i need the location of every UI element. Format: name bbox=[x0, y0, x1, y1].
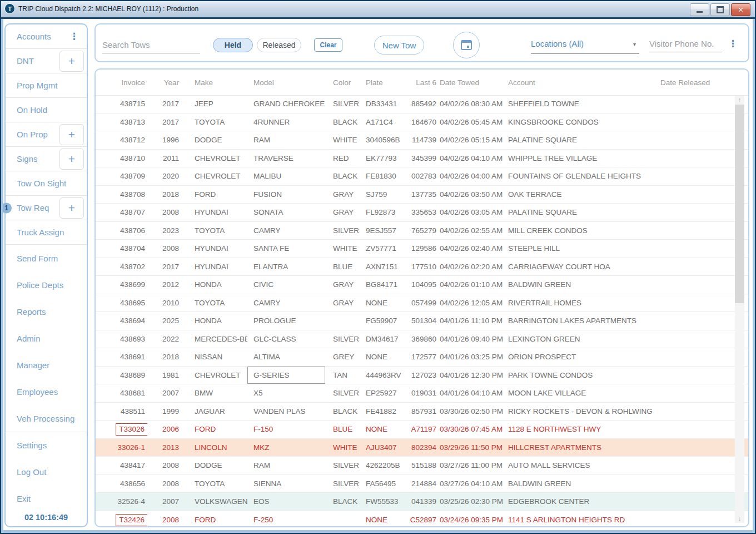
cell-invoice: 438699 bbox=[96, 276, 147, 293]
notification-badge: 1 bbox=[1, 202, 12, 213]
vertical-scrollbar[interactable]: ↑ ↓ bbox=[735, 96, 744, 523]
column-header-account[interactable]: Account bbox=[506, 78, 659, 87]
table-row[interactable]: 4386912018NISSANALTIMAGREYNONE17257704/0… bbox=[96, 348, 748, 367]
table-row[interactable]: 4386891981CHEVROLETG-SERIESTAN444963RV12… bbox=[96, 367, 748, 385]
sidebar-item-admin[interactable]: Admin bbox=[6, 325, 87, 352]
cell-account: OAK TERRACE bbox=[506, 186, 659, 203]
sidebar-item-send-form[interactable]: Send Form bbox=[6, 245, 87, 271]
table-row[interactable]: 32526-42007VOLKSWAGENEOSBLACKFW555330413… bbox=[96, 493, 748, 511]
sidebar-item-exit[interactable]: Exit bbox=[6, 485, 87, 512]
cell-last6: C52897 bbox=[409, 511, 439, 526]
table-row[interactable]: 4387132017TOYOTA4RUNNERBLACKA171C4164670… bbox=[96, 113, 748, 132]
sidebar-menu: Accounts⋮DNT+Prop MgmtOn HoldOn Prop+Sig… bbox=[6, 24, 87, 512]
table-row[interactable]: 4387092020CHEVROLETMALIBUBLACKFE81830002… bbox=[96, 167, 748, 186]
cell-color: BLACK bbox=[325, 167, 359, 185]
cell-color: GRAY bbox=[325, 204, 359, 221]
more-options-icon[interactable]: ⋮ bbox=[69, 31, 79, 42]
column-header-year[interactable]: Year bbox=[147, 78, 183, 87]
table-row[interactable]: 4386932022MERCEDES-BENZGLC-CLASSSILVERDM… bbox=[96, 330, 748, 349]
sidebar-item-manager[interactable]: Manager bbox=[6, 352, 87, 378]
toolbar-more-options-icon[interactable]: ⋮ bbox=[728, 38, 738, 50]
add-button[interactable]: + bbox=[59, 124, 84, 145]
sidebar-item-police-depts[interactable]: Police Depts bbox=[6, 271, 87, 298]
column-header-make[interactable]: Make bbox=[183, 78, 247, 87]
sidebar-item-tow-req[interactable]: 1Tow Req+ bbox=[6, 196, 87, 220]
scroll-down-icon[interactable]: ↓ bbox=[735, 515, 744, 523]
cell-invoice: 438681 bbox=[96, 384, 147, 402]
scrollbar-thumb[interactable] bbox=[735, 105, 744, 303]
held-toggle[interactable]: Held bbox=[213, 38, 253, 52]
column-header-invoice[interactable]: Invoice bbox=[96, 78, 147, 87]
table-row[interactable]: 4384172008DODGERAMSILVER4262205B51518803… bbox=[96, 457, 748, 475]
add-button[interactable]: + bbox=[59, 197, 84, 219]
sidebar-item-dnt[interactable]: DNT+ bbox=[6, 49, 87, 73]
column-header-date-released[interactable]: Date Released bbox=[659, 78, 748, 87]
locations-dropdown[interactable]: Locations (All) ▾ bbox=[531, 39, 639, 54]
cell-color: SILVER bbox=[325, 222, 359, 239]
sidebar-item-settings[interactable]: Settings bbox=[6, 432, 87, 458]
table-row[interactable]: 4386812007BMWX5SILVEREP2592701903104/01/… bbox=[96, 384, 748, 403]
add-button[interactable]: + bbox=[59, 51, 84, 72]
table-row[interactable]: 4386952010TOYOTACAMRYGRAYNONE05749904/02… bbox=[96, 294, 748, 313]
scroll-up-icon[interactable]: ↑ bbox=[735, 96, 744, 104]
clear-button[interactable]: Clear bbox=[314, 38, 342, 52]
cell-color: BLUE bbox=[325, 421, 359, 438]
table-row[interactable]: 33026-12013LINCOLNMKZWHITEAJU34078023940… bbox=[96, 439, 748, 457]
tows-table: InvoiceYearMakeModelColorPlateLast 6Date… bbox=[94, 68, 749, 527]
cell-model: ELANTRA bbox=[247, 258, 325, 275]
sidebar-item-veh-processing[interactable]: Veh Processing bbox=[6, 405, 87, 432]
sidebar-item-truck-assign[interactable]: Truck Assign bbox=[6, 220, 87, 245]
calendar-button[interactable] bbox=[453, 32, 480, 58]
table-row[interactable]: 4387121996DODGERAMWHITE3040596B11473904/… bbox=[96, 131, 748, 150]
cell-last6: 765279 bbox=[409, 222, 439, 239]
cell-plate: AJU3407 bbox=[359, 439, 409, 456]
cell-plate: 4262205B bbox=[359, 457, 409, 474]
column-header-plate[interactable]: Plate bbox=[359, 78, 409, 87]
table-row[interactable]: 4387042008HYUNDAISANTA FEWHITEZV57771129… bbox=[96, 240, 748, 258]
cell-plate: SJ759 bbox=[359, 186, 409, 203]
table-row[interactable]: T324262008FORDF-250NONEC5289703/24/26 09… bbox=[96, 511, 748, 527]
cell-color bbox=[325, 312, 359, 329]
column-header-model[interactable]: Model bbox=[247, 78, 325, 87]
table-row[interactable]: 4386562008TOYOTASIENNASILVERFA5649521488… bbox=[96, 475, 748, 493]
search-input[interactable] bbox=[102, 40, 200, 53]
cell-make: CHEVROLET bbox=[183, 167, 247, 185]
table-header: InvoiceYearMakeModelColorPlateLast 6Date… bbox=[96, 70, 748, 96]
table-row[interactable]: 4387062023TOYOTACAMRYSILVER9ESJ557765279… bbox=[96, 222, 748, 240]
cell-account: MILL CREEK CONDOS bbox=[506, 222, 659, 239]
table-row[interactable]: 4387082018FORDFUSIONGRAYSJ75913773504/02… bbox=[96, 186, 748, 204]
table-row[interactable]: 4387022017HYUNDAIELANTRABLUEAXN715117751… bbox=[96, 258, 748, 276]
add-button[interactable]: + bbox=[59, 149, 84, 170]
cell-plate: EK77793 bbox=[359, 150, 409, 167]
column-header-date-towed[interactable]: Date Towed bbox=[439, 78, 506, 87]
column-header-color[interactable]: Color bbox=[325, 78, 359, 87]
table-row[interactable]: 4386942025HONDAPROLOGUEFG5990750130404/0… bbox=[96, 312, 748, 330]
close-icon: ✕ bbox=[738, 7, 743, 13]
sidebar-item-signs[interactable]: Signs+ bbox=[6, 147, 87, 171]
sidebar-item-reports[interactable]: Reports bbox=[6, 298, 87, 325]
table-row[interactable]: 4387152017JEEPGRAND CHEROKEESILVERDB3343… bbox=[96, 95, 748, 113]
sidebar-item-prop-mgmt[interactable]: Prop Mgmt bbox=[6, 73, 87, 98]
table-row[interactable]: 4387102011CHEVROLETTRAVERSEREDEK77793345… bbox=[96, 150, 748, 168]
sidebar-item-accounts[interactable]: Accounts⋮ bbox=[6, 24, 87, 49]
sidebar-item-on-prop[interactable]: On Prop+ bbox=[6, 122, 87, 147]
sidebar-item-employees[interactable]: Employees bbox=[6, 378, 87, 405]
cell-plate: BG84171 bbox=[359, 276, 409, 293]
table-row[interactable]: T330262006FORDF-150BLUENONEA7119703/30/2… bbox=[96, 421, 748, 439]
table-row[interactable]: 4385111999JAGUARVANDEN PLASBLACKFE418828… bbox=[96, 403, 748, 421]
maximize-button[interactable] bbox=[710, 3, 730, 16]
new-tow-button[interactable]: New Tow bbox=[374, 36, 424, 55]
sidebar-item-on-hold[interactable]: On Hold bbox=[6, 98, 87, 122]
column-header-last-6[interactable]: Last 6 bbox=[409, 78, 439, 87]
sidebar-item-tow-on-sight[interactable]: Tow On Sight bbox=[6, 171, 87, 196]
visitor-phone-input[interactable] bbox=[649, 39, 722, 52]
sidebar-item-log-out[interactable]: Log Out bbox=[6, 458, 87, 485]
table-row[interactable]: 4386992012HONDACIVICGRAYBG8417110409504/… bbox=[96, 276, 748, 294]
table-row[interactable]: 4387072008HYUNDAISONATAGRAYFL92873335653… bbox=[96, 204, 748, 222]
cell-color: SILVER bbox=[325, 384, 359, 402]
released-toggle[interactable]: Released bbox=[257, 38, 301, 52]
minimize-button[interactable] bbox=[690, 3, 709, 16]
close-button[interactable]: ✕ bbox=[731, 3, 750, 16]
cell-last6: 214884 bbox=[409, 475, 439, 492]
cell-plate: DB33431 bbox=[359, 95, 409, 112]
